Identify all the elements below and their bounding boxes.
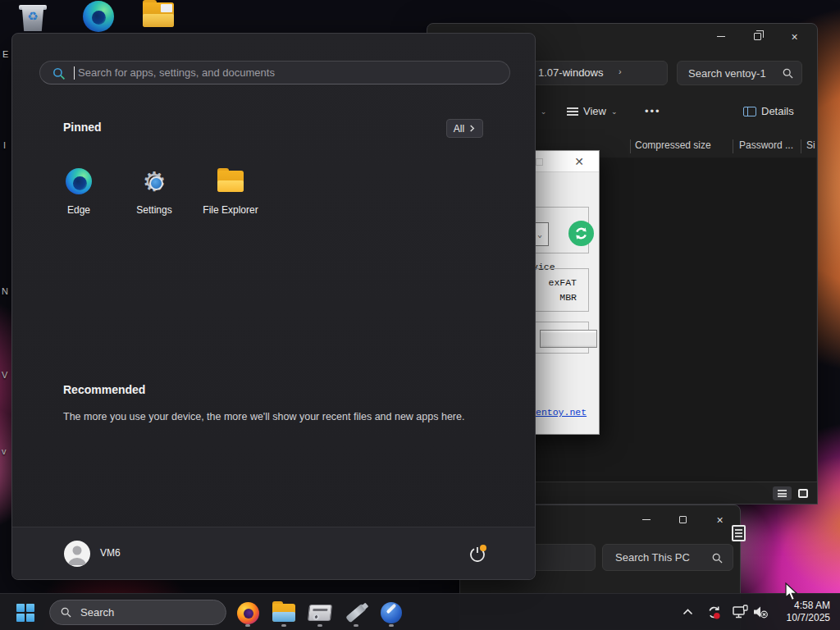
start-menu: Search for apps, settings, and documents…	[11, 33, 536, 580]
breadcrumb-chevron-icon[interactable]: ›	[619, 66, 622, 76]
partition-style-value: MBR	[559, 292, 577, 303]
details-button[interactable]: Details	[743, 105, 794, 117]
user-avatar[interactable]	[64, 541, 90, 567]
explorer-search-box[interactable]: Search This PC	[602, 544, 733, 571]
search-icon	[61, 607, 71, 618]
taskbar-ventoy[interactable]	[377, 598, 406, 628]
tray-show-hidden-icons[interactable]	[677, 601, 698, 623]
explorer-search-text: Search This PC	[615, 551, 690, 564]
column-header[interactable]: Compressed size	[635, 139, 711, 151]
edge-logo-icon	[66, 168, 92, 194]
view-button[interactable]: View⌄	[567, 105, 618, 117]
folder-paper	[161, 4, 172, 12]
recycle-symbol-icon: ♻	[17, 9, 48, 24]
clock-date: 10/7/2025	[787, 612, 830, 624]
search-icon	[52, 67, 66, 80]
folder-front	[143, 14, 174, 27]
search-icon	[712, 553, 723, 564]
restore-button[interactable]	[739, 24, 776, 49]
pinned-app-file-explorer[interactable]: File Explorer	[191, 157, 270, 231]
start-button[interactable]	[11, 598, 40, 628]
folder-icon	[217, 171, 244, 192]
explorer-search-text: Search ventoy-1	[688, 67, 766, 80]
taskbar-clock[interactable]: 4:58 AM 10/7/2025	[787, 600, 830, 624]
gear-icon: ⚙	[142, 168, 167, 195]
column-header[interactable]: Si	[806, 139, 815, 151]
edge-logo-icon	[83, 1, 114, 32]
ventoy-icon	[381, 602, 402, 623]
pinned-section-title: Pinned	[63, 121, 102, 134]
tray-network[interactable]	[729, 601, 751, 623]
taskbar: Search	[0, 593, 840, 630]
start-menu-footer: VM6	[12, 527, 535, 579]
ventoy-close-button[interactable]: ✕	[570, 153, 588, 170]
tray-update-status[interactable]	[703, 601, 724, 623]
more-options-button[interactable]: •••	[645, 105, 661, 117]
desktop-label-fragment: I	[3, 140, 6, 150]
desktop-label-fragment: E	[2, 49, 8, 59]
power-update-badge	[480, 545, 486, 551]
text-caret	[74, 66, 75, 80]
screen: ♻ E I N V v × 1.07-windows › Search vent…	[0, 0, 840, 630]
monitor-plug-icon	[732, 605, 748, 619]
user-name[interactable]: VM6	[100, 547, 121, 559]
refresh-icon	[573, 226, 589, 241]
folder-icon	[272, 604, 295, 622]
start-search-placeholder: Search for apps, settings, and documents	[78, 66, 275, 79]
pinned-app-settings[interactable]: ⚙ Settings	[115, 157, 194, 231]
filesystem-value: exFAT	[548, 277, 577, 288]
close-button[interactable]: ×	[776, 24, 813, 49]
power-button[interactable]	[463, 539, 492, 568]
recommended-section-title: Recommended	[63, 383, 145, 396]
ventoy-website-link[interactable]: entoy.net	[536, 407, 587, 418]
desktop-label-fragment: v	[2, 446, 7, 456]
chevron-up-icon	[682, 609, 693, 615]
taskbar-search-box[interactable]: Search	[49, 600, 226, 625]
usb-drive-icon	[345, 603, 367, 623]
explorer-search-box[interactable]: Search ventoy-1	[677, 61, 802, 85]
speaker-muted-icon	[752, 605, 769, 619]
tray-volume[interactable]	[750, 601, 771, 623]
disc-drive-icon	[308, 605, 332, 621]
pinned-app-label: Edge	[67, 204, 90, 216]
column-header[interactable]: Password ...	[739, 139, 793, 151]
maximize-button[interactable]	[664, 507, 701, 532]
details-pane-icon	[743, 107, 756, 116]
all-apps-button[interactable]: All	[446, 119, 483, 138]
mouse-cursor	[784, 582, 802, 602]
progress-bar	[540, 330, 597, 348]
recommended-empty-text: The more you use your device, the more w…	[63, 411, 464, 422]
window-controls: ×	[628, 507, 738, 532]
details-view-icon	[778, 490, 787, 497]
person-icon	[64, 541, 90, 567]
ventoy-minimize-button[interactable]	[536, 158, 543, 166]
windows-logo-icon	[16, 604, 34, 622]
view-lines-icon	[567, 107, 578, 116]
chevron-right-icon	[468, 125, 476, 132]
breadcrumb[interactable]: 1.07-windows	[538, 66, 604, 79]
thumbnail-view-toggle[interactable]	[793, 486, 812, 500]
desktop-label-fragment: N	[2, 286, 8, 296]
pinned-app-edge[interactable]: Edge	[39, 157, 118, 231]
pinned-app-label: Settings	[136, 204, 171, 216]
desktop-label-fragment: V	[2, 370, 7, 380]
minimize-button[interactable]	[628, 507, 664, 532]
taskbar-firefox[interactable]	[233, 598, 262, 628]
thumbnail-view-icon	[798, 489, 808, 498]
refresh-devices-button[interactable]	[568, 221, 594, 246]
document-icon	[732, 525, 746, 541]
recycle-bin-icon[interactable]: ♻	[17, 2, 48, 33]
search-icon	[783, 68, 793, 79]
taskbar-file-explorer[interactable]	[269, 598, 299, 628]
start-search-input[interactable]: Search for apps, settings, and documents	[39, 61, 510, 84]
details-view-toggle[interactable]	[773, 486, 792, 500]
address-bar[interactable]	[530, 544, 596, 571]
minimize-button[interactable]	[702, 24, 739, 49]
taskbar-disc-tool[interactable]	[305, 598, 335, 628]
edge-desktop-icon[interactable]	[83, 1, 114, 32]
folder-desktop-icon[interactable]	[143, 2, 174, 27]
window-controls: ×	[702, 24, 813, 49]
sync-icon	[706, 605, 722, 620]
taskbar-usb-tool[interactable]	[341, 598, 371, 628]
taskbar-search-label: Search	[80, 606, 114, 619]
